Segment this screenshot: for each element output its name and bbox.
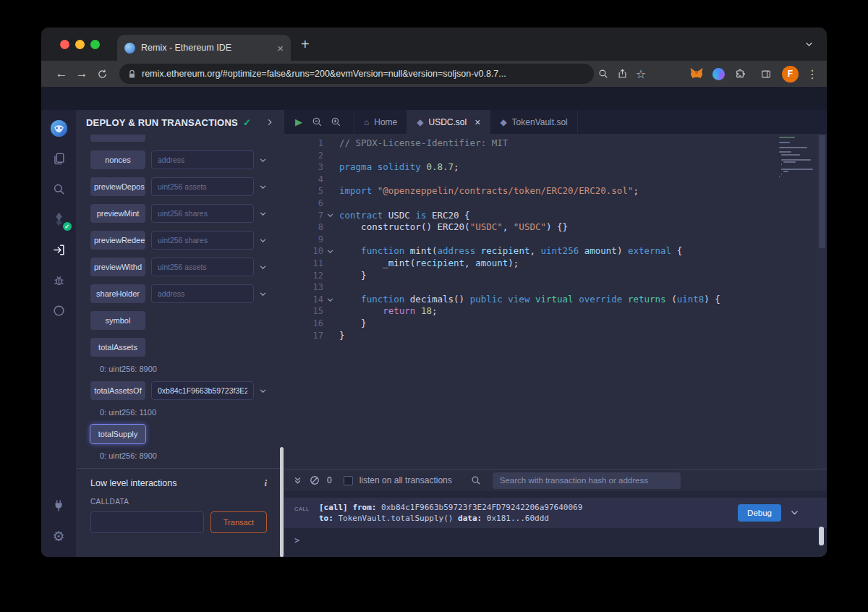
rail-item-solidity-compiler[interactable]: ✓ — [49, 210, 69, 229]
function-button-nonces[interactable]: nonces — [90, 150, 145, 169]
code-line[interactable]: 11 _mint(recipient, amount); — [284, 258, 827, 270]
fold-chevron-icon[interactable] — [323, 296, 336, 304]
expand-caret-icon[interactable] — [259, 263, 267, 271]
function-button-clipped[interactable] — [90, 135, 145, 142]
expand-caret-icon[interactable] — [259, 183, 267, 191]
code-line[interactable]: 6 — [284, 197, 827, 210]
code-line[interactable]: 3pragma solidity 0.8.7; — [284, 161, 827, 174]
function-arg-input-previewMint[interactable] — [151, 204, 254, 223]
info-icon[interactable]: i — [264, 477, 267, 489]
code-line[interactable]: 13 — [284, 281, 827, 294]
zoom-search-icon[interactable] — [594, 64, 613, 83]
function-button-totalAssets[interactable]: totalAssets — [90, 338, 145, 357]
expand-caret-icon[interactable] — [259, 156, 267, 164]
terminal-search-input[interactable] — [493, 472, 681, 489]
function-row-totalAssetsOf: totalAssetsOf — [90, 381, 267, 400]
function-button-previewDepos[interactable]: previewDepos — [90, 177, 145, 196]
terminal-scrollbar-thumb[interactable] — [819, 527, 824, 545]
close-window-button[interactable] — [60, 40, 69, 49]
code-line[interactable]: 16 } — [284, 318, 827, 330]
close-tab-icon[interactable]: × — [277, 43, 284, 54]
extensions-puzzle-icon[interactable] — [731, 64, 750, 83]
clear-console-icon[interactable] — [310, 475, 320, 485]
metamask-extension-icon[interactable] — [687, 64, 706, 83]
extension-icon[interactable] — [712, 68, 725, 80]
function-arg-input-previewDepos[interactable] — [151, 177, 254, 196]
browser-tab[interactable]: Remix - Ethereum IDE × — [117, 35, 291, 61]
code-line[interactable]: 12 } — [284, 270, 827, 282]
function-button-previewMint[interactable]: previewMint — [90, 204, 145, 223]
fullscreen-window-button[interactable] — [90, 40, 100, 49]
panel-collapse-chevron-icon[interactable] — [265, 118, 274, 127]
code-line[interactable]: 9 — [284, 234, 827, 246]
reload-button[interactable] — [92, 64, 112, 84]
fold-chevron-icon[interactable] — [323, 247, 336, 255]
profile-avatar[interactable]: F — [782, 66, 799, 82]
function-arg-input-totalAssetsOf[interactable] — [151, 381, 254, 400]
rail-item-file-explorer[interactable] — [49, 149, 69, 168]
transact-button[interactable]: Transact — [210, 511, 267, 533]
close-file-icon[interactable]: × — [475, 116, 480, 128]
function-button-symbol[interactable]: symbol — [90, 311, 145, 330]
line-number: 14 — [290, 294, 323, 306]
code-line[interactable]: 2 — [284, 150, 827, 162]
function-button-shareHolder[interactable]: shareHolder — [90, 284, 145, 303]
function-arg-input-nonces[interactable] — [151, 150, 254, 169]
editor-tab-USDC.sol[interactable]: ◆USDC.sol× — [407, 110, 490, 134]
rail-item-remix-logo[interactable] — [49, 119, 69, 137]
new-tab-button[interactable]: + — [301, 37, 310, 51]
forward-button[interactable]: → — [72, 64, 92, 84]
expand-caret-icon[interactable] — [259, 237, 267, 245]
zoom-in-icon[interactable] — [326, 110, 345, 134]
editor-tab-TokenVault.sol[interactable]: ◆TokenVault.sol — [490, 110, 577, 134]
zoom-out-icon[interactable] — [307, 110, 326, 134]
share-icon[interactable] — [613, 64, 631, 83]
rail-item-debugger[interactable] — [49, 271, 69, 289]
function-arg-input-previewRedee[interactable] — [151, 231, 254, 250]
calldata-input[interactable] — [90, 511, 204, 533]
expand-caret-icon[interactable] — [259, 210, 267, 218]
code-line[interactable]: 7contract USDC is ERC20 { — [284, 210, 827, 222]
rail-item-plugin-manager[interactable] — [49, 496, 69, 515]
transaction-log-row[interactable]: CALL [call] from: 0xb84c1F9663b59723f3E2… — [284, 498, 827, 528]
fold-chevron-icon[interactable] — [323, 211, 336, 219]
rail-item-plugin-circle[interactable] — [49, 301, 69, 320]
function-button-totalAssetsOf[interactable]: totalAssetsOf — [90, 381, 145, 400]
code-line[interactable]: 10 function mint(address recipient, uint… — [284, 245, 827, 258]
panel-scrollbar-thumb[interactable] — [280, 447, 284, 557]
minimize-window-button[interactable] — [75, 40, 85, 49]
back-button[interactable]: ← — [51, 64, 72, 84]
code-line[interactable]: 5import "@openzeppelin/contracts/token/E… — [284, 185, 827, 197]
editor-tab-Home[interactable]: ⌂Home — [354, 110, 407, 134]
code-line[interactable]: 17} — [284, 330, 827, 342]
run-script-button[interactable]: ▶ — [290, 110, 307, 134]
tab-list-chevron-icon[interactable] — [804, 40, 814, 49]
expand-log-chevron-icon[interactable] — [790, 508, 799, 517]
rail-item-settings[interactable]: ⚙ — [49, 527, 69, 545]
function-button-previewWithd[interactable]: previewWithd — [90, 258, 145, 276]
minimap[interactable] — [779, 137, 814, 179]
collapse-terminal-icon[interactable] — [293, 476, 302, 485]
code-editor[interactable]: 1// SPDX-License-Identifier: MIT23pragma… — [284, 134, 827, 469]
terminal-prompt[interactable]: > — [294, 535, 827, 545]
rail-item-deploy-run[interactable] — [49, 240, 69, 259]
address-bar[interactable]: remix.ethereum.org/#optimize=false&runs=… — [119, 64, 594, 84]
browser-menu-icon[interactable]: ⋮ — [807, 67, 818, 81]
code-line[interactable]: 8 constructor() ERC20("USDC", "USDC") {} — [284, 221, 827, 234]
code-line[interactable]: 1// SPDX-License-Identifier: MIT — [284, 137, 827, 150]
expand-caret-icon[interactable] — [259, 387, 267, 395]
code-line[interactable]: 14 function decimals() public view virtu… — [284, 294, 827, 306]
function-arg-input-previewWithd[interactable] — [151, 258, 254, 276]
function-button-totalSupply[interactable]: totalSupply — [90, 425, 145, 443]
editor-scrollbar-thumb[interactable] — [819, 135, 825, 248]
rail-item-search[interactable] — [49, 179, 69, 198]
expand-caret-icon[interactable] — [259, 290, 267, 298]
debug-button[interactable]: Debug — [738, 504, 781, 522]
function-button-previewRedee[interactable]: previewRedee — [90, 231, 145, 250]
side-panel-icon[interactable] — [757, 64, 775, 83]
function-arg-input-shareHolder[interactable] — [151, 284, 254, 303]
bookmark-star-icon[interactable]: ☆ — [631, 64, 650, 83]
code-line[interactable]: 4 — [284, 174, 827, 186]
code-line[interactable]: 15 return 18; — [284, 305, 827, 318]
listen-all-transactions-checkbox[interactable] — [344, 476, 353, 485]
